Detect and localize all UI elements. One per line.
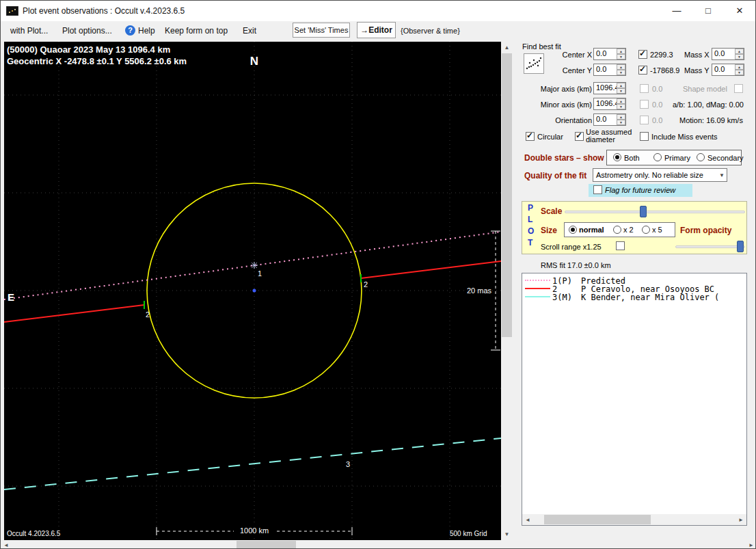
menu-exit[interactable]: Exit xyxy=(243,26,256,36)
minimize-button[interactable]: — xyxy=(661,1,692,21)
double-secondary-label: Secondary xyxy=(707,154,744,162)
plot-letter-t: T xyxy=(528,238,532,247)
double-secondary-radio[interactable] xyxy=(697,153,705,161)
find-best-fit-label: Find best fit xyxy=(522,42,561,51)
chord2-pre-segment xyxy=(4,305,144,322)
size-x5-radio[interactable] xyxy=(642,226,650,234)
fit-y-value: -17868.9 xyxy=(650,66,681,75)
circular-checkbox[interactable] xyxy=(526,132,535,141)
plot-hscrollbar[interactable]: ◄ ► xyxy=(1,540,756,549)
center-y-spinner[interactable]: 0.0 ▲▼ xyxy=(593,64,626,76)
spin-up-icon[interactable]: ▲ xyxy=(617,98,625,104)
plot-vscrollbar[interactable]: ▲ ▼ xyxy=(501,42,513,540)
mass-x-spinner[interactable]: 0.0 ▲▼ xyxy=(712,48,744,60)
plot-canvas[interactable]: (50000) Quaoar 2023 May 13 1096.4 km Geo… xyxy=(4,42,501,540)
plot-letter-p: P xyxy=(528,203,533,213)
spin-down-icon[interactable]: ▼ xyxy=(735,70,744,75)
hscroll-thumb[interactable] xyxy=(237,541,296,549)
menu-keep-on-top[interactable]: Keep form on top xyxy=(165,26,228,36)
opacity-slider-thumb[interactable] xyxy=(737,241,744,252)
control-panel: Find best fit Center X 0.0 ▲▼ 2299.3 Mas… xyxy=(517,40,756,540)
plot-version-label: Occult 4.2023.6.5 xyxy=(7,530,61,537)
legend-row-predicted[interactable]: 1(P) Predicted xyxy=(525,276,744,284)
major-axis-label: Major axis (km) xyxy=(529,85,592,93)
scroll-right-icon[interactable]: ► xyxy=(737,517,745,523)
observations-listbox[interactable]: 1(P) Predicted 2 P Ceravolo, near Osoyoo… xyxy=(522,273,747,526)
spin-up-icon[interactable]: ▲ xyxy=(617,114,625,120)
flag-review-label: Flag for future review xyxy=(605,186,675,194)
editor-button[interactable]: →Editor xyxy=(357,22,396,38)
legend-row-chord3[interactable]: 3(M) K Bender, near Mira Oliver ( xyxy=(525,293,744,301)
scroll-left-icon[interactable]: ◄ xyxy=(524,517,532,523)
minor-alt-checkbox[interactable] xyxy=(640,100,649,109)
size-x2-radio[interactable] xyxy=(613,226,621,234)
center-x-spinner[interactable]: 0.0 ▲▼ xyxy=(593,48,626,60)
include-miss-checkbox[interactable] xyxy=(640,132,649,141)
spin-up-icon[interactable]: ▲ xyxy=(735,64,744,70)
opacity-slider-track[interactable] xyxy=(675,245,745,248)
legend-row-chord2[interactable]: 2 P Ceravolo, near Osoyoos BC xyxy=(525,284,744,293)
quality-value: Astrometry only. No reliable size xyxy=(596,171,703,179)
maximize-button[interactable]: □ xyxy=(692,1,724,21)
scroll-right-icon[interactable]: ► xyxy=(747,542,755,548)
close-button[interactable]: ✕ xyxy=(724,1,755,21)
spin-down-icon[interactable]: ▼ xyxy=(735,54,744,59)
scroll-range-checkbox[interactable] xyxy=(616,241,625,250)
center-y-value: 0.0 xyxy=(594,64,617,75)
scroll-up-icon[interactable]: ▲ xyxy=(501,44,513,51)
spin-up-icon[interactable]: ▲ xyxy=(617,83,625,88)
scale-label: Scale xyxy=(541,206,562,216)
spin-down-icon[interactable]: ▼ xyxy=(617,120,625,125)
plot-letter-o: O xyxy=(528,226,534,236)
find-best-fit-button[interactable] xyxy=(524,53,544,74)
size-radio-group: normal x 2 x 5 xyxy=(564,222,675,237)
form-opacity-label: Form opacity xyxy=(680,226,731,235)
flag-review-checkbox[interactable] xyxy=(593,185,602,194)
orientation-spinner[interactable]: 0.0 ▲▼ xyxy=(593,113,626,126)
use-assumed-checkbox[interactable] xyxy=(575,132,584,141)
minor-axis-spinner[interactable]: 1096.4 ▲▼ xyxy=(593,98,626,110)
quality-combobox[interactable]: Astrometry only. No reliable size ▼ xyxy=(593,168,727,182)
hscroll-thumb[interactable] xyxy=(544,515,651,524)
fit-y-checkbox[interactable] xyxy=(638,66,647,75)
orientation-alt-checkbox[interactable] xyxy=(640,116,649,124)
double-both-radio[interactable] xyxy=(613,153,621,161)
marker1-label: 1 xyxy=(258,269,262,278)
spin-up-icon[interactable]: ▲ xyxy=(617,64,625,70)
menu-with-plot[interactable]: with Plot... xyxy=(10,26,48,36)
scale-slider-thumb[interactable] xyxy=(640,206,647,217)
set-miss-times-button[interactable]: Set 'Miss' Times xyxy=(293,23,350,38)
shape-model-checkbox[interactable] xyxy=(734,84,743,93)
vscroll-thumb[interactable] xyxy=(502,53,512,337)
scale-slider-track[interactable] xyxy=(565,211,745,213)
spin-down-icon[interactable]: ▼ xyxy=(617,54,625,59)
major-alt-checkbox[interactable] xyxy=(640,84,649,93)
observer-time-label: {Observer & time} xyxy=(401,27,460,35)
mass-y-label: Mass Y xyxy=(684,66,709,75)
menu-plot-options[interactable]: Plot options... xyxy=(62,26,112,36)
menu-help[interactable]: Help xyxy=(138,26,155,36)
spin-down-icon[interactable]: ▼ xyxy=(617,70,625,75)
fit-x-checkbox[interactable] xyxy=(638,50,647,59)
mass-y-spinner[interactable]: 0.0 ▲▼ xyxy=(712,64,744,76)
chord2-line-sample xyxy=(525,288,550,289)
window-title: Plot event observations : Occult v.4.202… xyxy=(23,6,185,16)
dropdown-icon[interactable]: ▼ xyxy=(719,172,725,178)
use-assumed-label: Use assumed diameter xyxy=(586,129,635,144)
size-normal-radio[interactable] xyxy=(569,226,577,234)
scroll-down-icon[interactable]: ▼ xyxy=(501,531,513,537)
size-normal-label: normal xyxy=(579,226,604,234)
double-primary-radio[interactable] xyxy=(653,153,662,161)
major-axis-spinner[interactable]: 1096.4 ▲▼ xyxy=(593,82,626,94)
spin-down-icon[interactable]: ▼ xyxy=(617,104,625,109)
mass-x-label: Mass X xyxy=(684,51,710,59)
center-x-value: 0.0 xyxy=(594,49,617,59)
listbox-hscrollbar[interactable]: ◄ ► xyxy=(522,514,746,525)
spin-up-icon[interactable]: ▲ xyxy=(735,49,744,54)
ab-dmag-label: a/b: 1.00, dMag: 0.00 xyxy=(673,101,744,109)
spin-down-icon[interactable]: ▼ xyxy=(617,88,625,94)
double-stars-radio-group: Both Primary Secondary xyxy=(606,150,742,165)
spin-up-icon[interactable]: ▲ xyxy=(617,49,625,54)
legend-id: 3(M) xyxy=(552,293,572,302)
scroll-left-icon[interactable]: ◄ xyxy=(2,542,10,548)
